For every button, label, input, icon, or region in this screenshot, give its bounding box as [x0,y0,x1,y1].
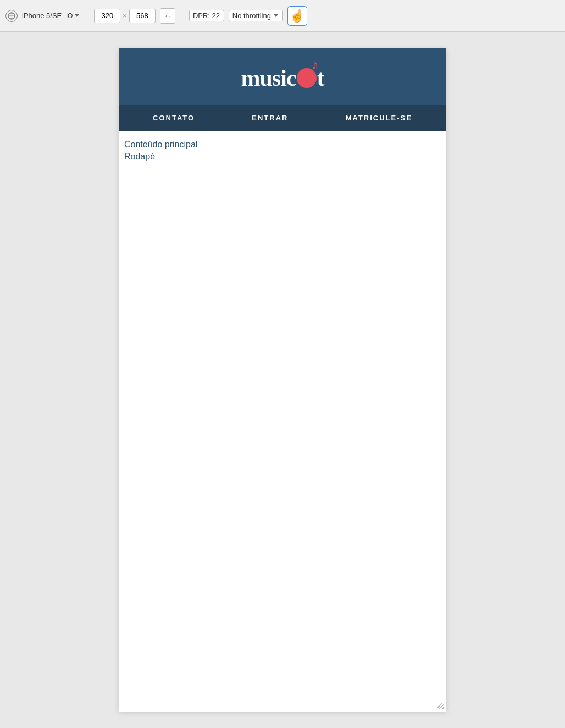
rotate-button[interactable]: ↔ [160,8,175,24]
nav-item-entrar[interactable]: ENTRAR [252,114,288,122]
footer-label: Rodapé [124,152,441,162]
nav-item-matricule-se[interactable]: MATRICULE-SE [346,114,412,122]
devtools-toolbar: iPhone 5/SE iO × ↔ DPR: 2 2 1 3 No throt… [0,0,565,32]
device-name-label: iPhone 5/SE [22,12,62,20]
throttling-select[interactable]: No throttling Fast 3G Slow 3G Offline [232,12,279,20]
main-content-label: Conteúdo principal [124,140,441,150]
site-header: music ♪ t [119,48,446,105]
width-input[interactable] [94,9,120,23]
logo-text-before: music [241,65,296,91]
toolbar-divider-2 [182,8,182,24]
dimension-group: × [94,9,156,23]
dpr-label: DPR: 2 [193,12,216,20]
throttling-group: No throttling Fast 3G Slow 3G Offline [229,10,283,21]
music-note-icon: ♪ [312,57,319,71]
touch-toggle-button[interactable]: ☝ [287,6,307,26]
os-version-select[interactable]: iO [66,12,80,20]
dpr-group: DPR: 2 2 1 3 [189,10,224,21]
dimension-separator: × [123,12,127,20]
site-main: Conteúdo principal Rodapé [119,131,446,712]
dpr-select[interactable]: 2 1 3 [216,12,220,20]
logo-dot: ♪ [297,68,317,88]
touch-icon: ☝ [290,9,304,23]
page-content-area: music ♪ t CONTATO ENTRAR MATRICULE-SE Co… [0,32,565,728]
height-input[interactable] [129,9,156,23]
device-icon [5,10,18,22]
rotate-icon: ↔ [164,12,171,20]
logo: music ♪ t [241,65,324,91]
nav-item-contato[interactable]: CONTATO [153,114,195,122]
toolbar-divider-1 [87,8,87,24]
mobile-preview-frame: music ♪ t CONTATO ENTRAR MATRICULE-SE Co… [119,48,446,712]
site-nav: CONTATO ENTRAR MATRICULE-SE [119,105,446,131]
